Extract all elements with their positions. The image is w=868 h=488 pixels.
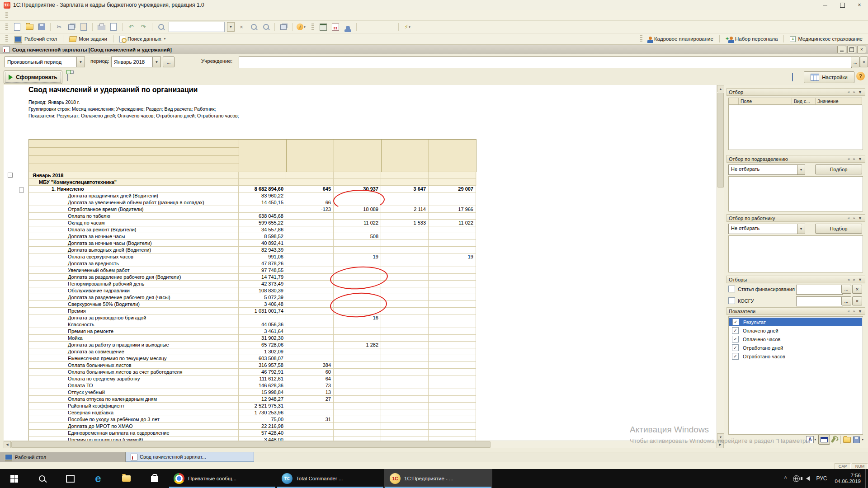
copy-button[interactable]	[66, 22, 77, 33]
table-row[interactable]: Доплата за руководство бригадой 16	[29, 314, 476, 321]
collapse-group-button[interactable]: -	[19, 188, 24, 192]
help-button[interactable]: ?	[856, 72, 865, 80]
my-tasks-button[interactable]: Мои задачи	[66, 35, 111, 43]
scroll-left-arrow[interactable]: ◀	[4, 441, 11, 448]
report-table[interactable]: Январь 2018 МБУ "Коммунспецавтотехника" …	[28, 139, 476, 441]
print-report-button[interactable]	[67, 73, 68, 81]
services-button[interactable]: ⚡▾	[402, 22, 413, 33]
organization-input[interactable]	[239, 56, 852, 68]
table-row[interactable]: Доплата за увеличенный объем работ (разн…	[29, 199, 476, 206]
menu-item[interactable]	[92, 14, 100, 17]
menu-item[interactable]	[67, 14, 75, 17]
menu-item[interactable]	[43, 14, 51, 17]
print-button[interactable]	[96, 22, 107, 33]
checkbox-checked[interactable]: ✓	[732, 336, 739, 343]
filter-list[interactable]	[728, 105, 863, 150]
taskbar-app-button[interactable]: Приватные сообщ...	[168, 469, 276, 488]
kosgu-clear-button[interactable]: ×	[852, 296, 862, 305]
filter-panel-header[interactable]: Отбор « » ▼	[726, 88, 865, 96]
table-row[interactable]: Оплата сверхурочных часов 991,06 19 19	[29, 253, 476, 260]
table-row[interactable]: Доплата за вредность 47 878,26	[29, 260, 476, 267]
hr-planning-button[interactable]: Кадровое планирование	[645, 35, 717, 42]
start-button[interactable]	[0, 469, 28, 488]
department-pick-button[interactable]: Подбор	[815, 164, 862, 174]
employee-list[interactable]	[728, 235, 863, 272]
table-row[interactable]: Доплата за ночные часы 8 598,52 508	[29, 233, 476, 240]
indicator-item[interactable]: ✓ Результат	[729, 318, 862, 326]
calculator-button[interactable]	[318, 22, 329, 33]
data-search-button[interactable]: Поиск данных▾	[116, 35, 169, 43]
collapse-group-button[interactable]: -	[8, 173, 13, 178]
desktop-panel-button[interactable]: Рабочий стол	[10, 35, 61, 43]
table-row[interactable]: Премия по итогам года (суммой) 3 448,00	[29, 436, 476, 441]
tab-desktop[interactable]: Рабочий стол	[0, 452, 126, 462]
table-row[interactable]: Доплата праздничных дней (Водители) 83 9…	[29, 192, 476, 199]
find-next-button[interactable]	[248, 22, 259, 33]
table-row[interactable]: Оклад по часам 599 655,22 11 022 1 533 1…	[29, 220, 476, 226]
table-row[interactable]: Ненормированный рабочий день 42 373,49	[29, 281, 476, 287]
table-row[interactable]: Доплата выходных дней (Водители) 82 943,…	[29, 247, 476, 253]
table-row[interactable]: Оплата больничных листов за счет работод…	[29, 369, 476, 375]
table-row[interactable]: Единовременная выплата на оздоровление 5…	[29, 430, 476, 436]
checkbox-unchecked[interactable]	[728, 286, 735, 292]
horizontal-scroll-thumb[interactable]	[11, 441, 491, 448]
minimize-button[interactable]	[816, 0, 834, 10]
window-restore-button[interactable]	[847, 46, 856, 53]
maximize-button[interactable]	[834, 0, 851, 10]
memory-button[interactable]	[383, 22, 395, 32]
table-row[interactable]: 1. Начислено 8 682 894,60 645 30 937 3 6…	[29, 186, 476, 192]
financing-ellipsis-button[interactable]: ...	[841, 285, 851, 294]
department-filter-header[interactable]: Отбор по подразделению « » ▼	[726, 155, 865, 163]
vertical-scrollbar[interactable]: ▲ ▼	[717, 85, 724, 441]
table-row[interactable]: МБУ "Коммунспецавтотехника"	[29, 179, 476, 186]
period-kind-combo[interactable]: Произвольный период ▼	[5, 56, 85, 67]
network-icon[interactable]	[793, 475, 800, 482]
indicator-item[interactable]: ✓ Оплачено дней	[729, 326, 863, 335]
table-row[interactable]: Доплата за работу в праздники и выходные…	[29, 342, 476, 348]
chevron-down-icon[interactable]: ▼	[152, 57, 160, 67]
tray-expand-button[interactable]: ^	[784, 475, 787, 482]
period-ellipsis-button[interactable]: ...	[163, 56, 175, 67]
vertical-scroll-thumb[interactable]	[717, 93, 724, 188]
indicator-item[interactable]: ✓ Отработано часов	[729, 352, 863, 361]
calendar-button[interactable]: 31	[330, 22, 341, 33]
chevron-down-icon[interactable]: ▼	[76, 57, 85, 67]
filters-panel-header[interactable]: Отборы « » ▼	[726, 276, 865, 283]
table-row[interactable]: Увеличенный объем работ 97 748,55	[29, 267, 476, 274]
undo-button[interactable]: ↶	[126, 22, 137, 33]
window-copy-button[interactable]	[278, 22, 289, 33]
employee-filter-header[interactable]: Отбор по работнику « » ▼	[726, 214, 865, 222]
table-row[interactable]: Премия 1 031 001,74	[29, 308, 476, 314]
file-explorer-button[interactable]	[112, 469, 140, 488]
menu-item[interactable]	[75, 14, 84, 17]
menu-item[interactable]	[84, 14, 92, 17]
scroll-up-arrow[interactable]: ▲	[717, 85, 724, 92]
kosgu-ellipsis-button[interactable]: ...	[841, 296, 851, 305]
table-settings-button[interactable]	[818, 435, 830, 445]
kosgu-input[interactable]	[796, 296, 843, 306]
checkbox-unchecked[interactable]	[728, 297, 735, 304]
checkbox-checked[interactable]: ✓	[732, 344, 739, 351]
table-row[interactable]: Оплата по среднему заработку 111 612,61 …	[29, 375, 476, 382]
horizontal-scrollbar[interactable]: ◀ ▶	[4, 441, 724, 448]
indicator-item[interactable]: ✓ Оплачено часов	[729, 335, 863, 343]
save-button[interactable]	[36, 22, 47, 33]
report-window-titlebar[interactable]: Свод начисленной зарплаты [Свод начислен…	[0, 45, 868, 55]
chevron-down-icon[interactable]: ▼	[797, 165, 805, 174]
print-preview-button[interactable]	[108, 22, 119, 33]
table-row[interactable]: Ежемесячная премия по текущему месяцу 60…	[29, 355, 476, 362]
organization-clear-button[interactable]: ×	[860, 56, 868, 67]
table-row[interactable]: Доплата за разделение рабочего дня (часы…	[29, 294, 476, 301]
menu-item[interactable]	[59, 14, 67, 17]
financing-item-filter[interactable]: Статья финансирования	[728, 286, 795, 292]
table-row[interactable]: Отработанное время (Водители) -123 18 08…	[29, 206, 476, 213]
new-document-button[interactable]	[12, 22, 23, 33]
language-indicator[interactable]: РУС	[816, 475, 827, 482]
search-input[interactable]	[169, 22, 225, 32]
memory-button[interactable]	[360, 22, 372, 32]
edge-button[interactable]: e	[84, 469, 112, 488]
table-row[interactable]: Оплата отпуска по календарным дням 12 94…	[29, 396, 476, 403]
checkbox-checked[interactable]: ✓	[732, 319, 739, 325]
department-list[interactable]	[728, 176, 863, 211]
table-row[interactable]: Доплата до МРОТ по ХМАО 22 216,98	[29, 423, 476, 430]
